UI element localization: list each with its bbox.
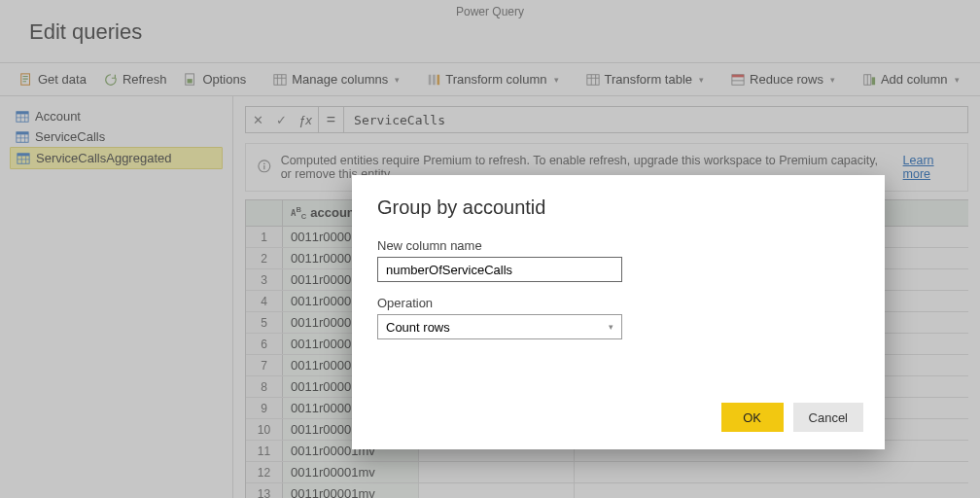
dialog-title: Group by accountid	[377, 196, 859, 219]
operation-value: Count rows	[386, 320, 450, 335]
chevron-down-icon: ▾	[609, 322, 613, 332]
cancel-button[interactable]: Cancel	[793, 403, 863, 432]
ok-button[interactable]: OK	[721, 403, 784, 432]
new-column-label: New column name	[377, 238, 859, 253]
group-by-dialog: Group by accountid New column name Opera…	[352, 175, 885, 449]
new-column-input[interactable]	[377, 257, 622, 282]
operation-label: Operation	[377, 296, 859, 310]
operation-select[interactable]: Count rows ▾	[377, 314, 622, 339]
